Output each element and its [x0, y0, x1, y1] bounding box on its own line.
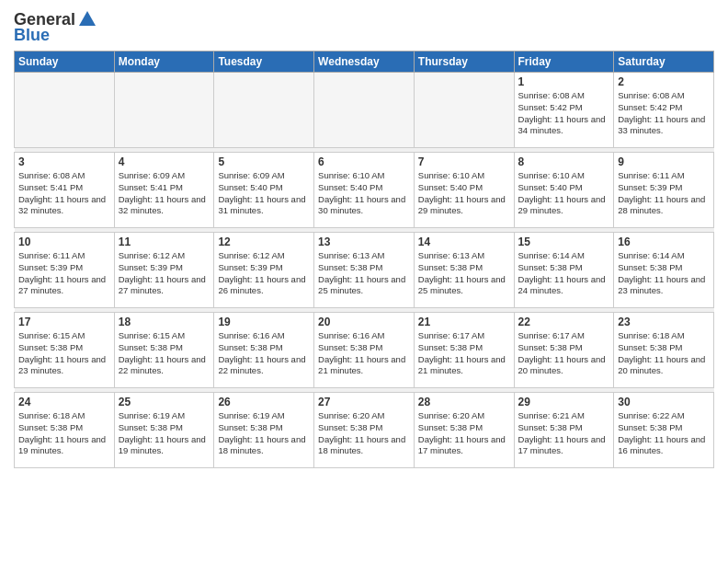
page-container: General Blue SundayMondayTuesdayWednesda…	[0, 0, 728, 473]
day-number: 28	[418, 396, 510, 408]
logo-icon	[77, 9, 97, 29]
day-info: Sunrise: 6:18 AM Sunset: 5:38 PM Dayligh…	[618, 330, 710, 377]
calendar-cell: 16Sunrise: 6:14 AM Sunset: 5:38 PM Dayli…	[614, 233, 714, 308]
weekday-header-wednesday: Wednesday	[314, 52, 415, 73]
calendar-cell: 21Sunrise: 6:17 AM Sunset: 5:38 PM Dayli…	[414, 313, 514, 388]
calendar-cell: 8Sunrise: 6:10 AM Sunset: 5:40 PM Daylig…	[514, 153, 614, 228]
weekday-header-monday: Monday	[114, 52, 214, 73]
weekday-header-tuesday: Tuesday	[214, 52, 314, 73]
weekday-header-thursday: Thursday	[414, 52, 514, 73]
calendar-cell: 29Sunrise: 6:21 AM Sunset: 5:38 PM Dayli…	[514, 393, 614, 468]
weekday-header-sunday: Sunday	[15, 52, 115, 73]
weekday-header-friday: Friday	[514, 52, 614, 73]
day-info: Sunrise: 6:11 AM Sunset: 5:39 PM Dayligh…	[18, 250, 110, 297]
calendar-cell: 5Sunrise: 6:09 AM Sunset: 5:40 PM Daylig…	[214, 153, 314, 228]
day-info: Sunrise: 6:12 AM Sunset: 5:39 PM Dayligh…	[119, 250, 210, 297]
calendar-body: 1Sunrise: 6:08 AM Sunset: 5:42 PM Daylig…	[15, 73, 714, 468]
day-info: Sunrise: 6:13 AM Sunset: 5:38 PM Dayligh…	[418, 250, 510, 297]
calendar-cell: 2Sunrise: 6:08 AM Sunset: 5:42 PM Daylig…	[614, 73, 714, 148]
day-info: Sunrise: 6:10 AM Sunset: 5:40 PM Dayligh…	[318, 170, 410, 217]
svg-marker-0	[79, 11, 96, 26]
day-info: Sunrise: 6:16 AM Sunset: 5:38 PM Dayligh…	[318, 330, 410, 377]
calendar-cell: 18Sunrise: 6:15 AM Sunset: 5:38 PM Dayli…	[114, 313, 214, 388]
day-info: Sunrise: 6:08 AM Sunset: 5:42 PM Dayligh…	[518, 90, 610, 137]
day-number: 5	[218, 155, 310, 168]
day-number: 1	[518, 75, 610, 88]
day-info: Sunrise: 6:14 AM Sunset: 5:38 PM Dayligh…	[618, 250, 710, 297]
day-number: 21	[418, 316, 510, 328]
day-info: Sunrise: 6:20 AM Sunset: 5:38 PM Dayligh…	[318, 410, 410, 457]
day-info: Sunrise: 6:08 AM Sunset: 5:41 PM Dayligh…	[18, 170, 110, 217]
day-number: 26	[218, 396, 310, 408]
calendar-cell: 13Sunrise: 6:13 AM Sunset: 5:38 PM Dayli…	[314, 233, 415, 308]
day-number: 18	[119, 316, 210, 328]
calendar-week-4: 17Sunrise: 6:15 AM Sunset: 5:38 PM Dayli…	[15, 313, 714, 388]
day-info: Sunrise: 6:15 AM Sunset: 5:38 PM Dayligh…	[18, 330, 110, 377]
day-number: 23	[618, 316, 710, 328]
day-info: Sunrise: 6:10 AM Sunset: 5:40 PM Dayligh…	[518, 170, 610, 217]
weekday-header-row: SundayMondayTuesdayWednesdayThursdayFrid…	[15, 52, 714, 73]
day-number: 6	[318, 155, 410, 168]
logo: General Blue	[14, 9, 97, 45]
calendar-cell	[15, 73, 115, 148]
calendar-week-1: 1Sunrise: 6:08 AM Sunset: 5:42 PM Daylig…	[15, 73, 714, 148]
calendar-week-2: 3Sunrise: 6:08 AM Sunset: 5:41 PM Daylig…	[15, 153, 714, 228]
calendar-cell: 20Sunrise: 6:16 AM Sunset: 5:38 PM Dayli…	[314, 313, 415, 388]
calendar-cell: 9Sunrise: 6:11 AM Sunset: 5:39 PM Daylig…	[614, 153, 714, 228]
day-info: Sunrise: 6:19 AM Sunset: 5:38 PM Dayligh…	[119, 410, 210, 457]
day-info: Sunrise: 6:21 AM Sunset: 5:38 PM Dayligh…	[518, 410, 610, 457]
calendar-cell: 10Sunrise: 6:11 AM Sunset: 5:39 PM Dayli…	[15, 233, 115, 308]
calendar-cell	[214, 73, 314, 148]
calendar-cell: 7Sunrise: 6:10 AM Sunset: 5:40 PM Daylig…	[414, 153, 514, 228]
calendar-cell: 24Sunrise: 6:18 AM Sunset: 5:38 PM Dayli…	[15, 393, 115, 468]
calendar-cell: 6Sunrise: 6:10 AM Sunset: 5:40 PM Daylig…	[314, 153, 415, 228]
day-info: Sunrise: 6:08 AM Sunset: 5:42 PM Dayligh…	[618, 90, 710, 137]
day-number: 27	[318, 396, 410, 408]
day-number: 16	[618, 236, 710, 248]
day-number: 4	[119, 155, 210, 168]
day-number: 9	[618, 155, 710, 168]
day-info: Sunrise: 6:09 AM Sunset: 5:40 PM Dayligh…	[218, 170, 310, 217]
calendar-week-5: 24Sunrise: 6:18 AM Sunset: 5:38 PM Dayli…	[15, 393, 714, 468]
day-number: 19	[218, 316, 310, 328]
calendar-cell: 15Sunrise: 6:14 AM Sunset: 5:38 PM Dayli…	[514, 233, 614, 308]
calendar-cell: 1Sunrise: 6:08 AM Sunset: 5:42 PM Daylig…	[514, 73, 614, 148]
day-number: 12	[218, 236, 310, 248]
calendar-cell	[314, 73, 415, 148]
day-number: 24	[18, 396, 110, 408]
weekday-header-saturday: Saturday	[614, 52, 714, 73]
calendar: SundayMondayTuesdayWednesdayThursdayFrid…	[14, 51, 714, 468]
day-number: 17	[18, 316, 110, 328]
calendar-week-3: 10Sunrise: 6:11 AM Sunset: 5:39 PM Dayli…	[15, 233, 714, 308]
calendar-cell: 12Sunrise: 6:12 AM Sunset: 5:39 PM Dayli…	[214, 233, 314, 308]
day-number: 2	[618, 75, 710, 88]
calendar-cell: 25Sunrise: 6:19 AM Sunset: 5:38 PM Dayli…	[114, 393, 214, 468]
day-info: Sunrise: 6:18 AM Sunset: 5:38 PM Dayligh…	[18, 410, 110, 457]
calendar-cell: 19Sunrise: 6:16 AM Sunset: 5:38 PM Dayli…	[214, 313, 314, 388]
day-info: Sunrise: 6:17 AM Sunset: 5:38 PM Dayligh…	[418, 330, 510, 377]
day-info: Sunrise: 6:20 AM Sunset: 5:38 PM Dayligh…	[418, 410, 510, 457]
day-info: Sunrise: 6:15 AM Sunset: 5:38 PM Dayligh…	[119, 330, 210, 377]
day-number: 7	[418, 155, 510, 168]
day-number: 25	[119, 396, 210, 408]
day-info: Sunrise: 6:22 AM Sunset: 5:38 PM Dayligh…	[618, 410, 710, 457]
day-number: 14	[418, 236, 510, 248]
calendar-cell: 3Sunrise: 6:08 AM Sunset: 5:41 PM Daylig…	[15, 153, 115, 228]
calendar-cell: 23Sunrise: 6:18 AM Sunset: 5:38 PM Dayli…	[614, 313, 714, 388]
day-info: Sunrise: 6:11 AM Sunset: 5:39 PM Dayligh…	[618, 170, 710, 217]
calendar-cell: 28Sunrise: 6:20 AM Sunset: 5:38 PM Dayli…	[414, 393, 514, 468]
day-number: 22	[518, 316, 610, 328]
day-info: Sunrise: 6:10 AM Sunset: 5:40 PM Dayligh…	[418, 170, 510, 217]
calendar-cell: 22Sunrise: 6:17 AM Sunset: 5:38 PM Dayli…	[514, 313, 614, 388]
day-number: 29	[518, 396, 610, 408]
calendar-cell: 26Sunrise: 6:19 AM Sunset: 5:38 PM Dayli…	[214, 393, 314, 468]
calendar-cell: 11Sunrise: 6:12 AM Sunset: 5:39 PM Dayli…	[114, 233, 214, 308]
calendar-cell: 17Sunrise: 6:15 AM Sunset: 5:38 PM Dayli…	[15, 313, 115, 388]
day-info: Sunrise: 6:14 AM Sunset: 5:38 PM Dayligh…	[518, 250, 610, 297]
calendar-cell: 30Sunrise: 6:22 AM Sunset: 5:38 PM Dayli…	[614, 393, 714, 468]
day-number: 13	[318, 236, 410, 248]
day-number: 8	[518, 155, 610, 168]
day-number: 3	[18, 155, 110, 168]
day-info: Sunrise: 6:13 AM Sunset: 5:38 PM Dayligh…	[318, 250, 410, 297]
calendar-cell: 4Sunrise: 6:09 AM Sunset: 5:41 PM Daylig…	[114, 153, 214, 228]
